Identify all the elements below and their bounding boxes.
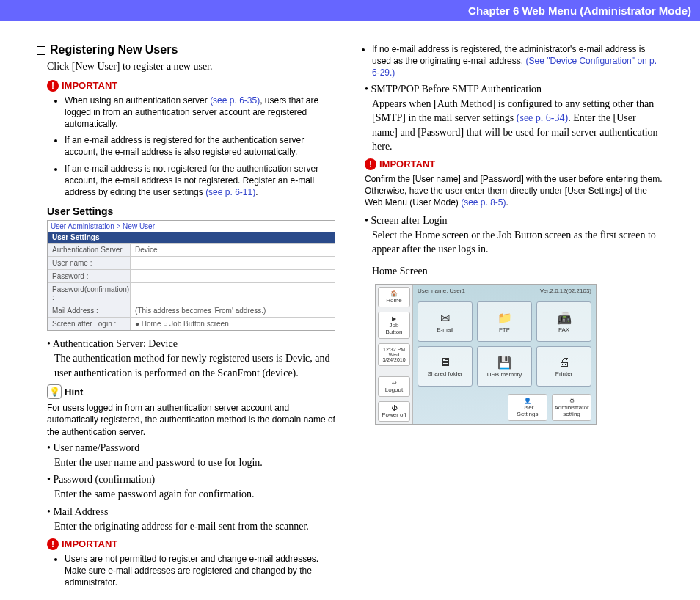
hs-admin-setting-button[interactable]: ⚙Administrator setting [552,394,591,421]
important-item: Users are not permitted to register and … [65,553,335,589]
hs-tile-printer[interactable]: 🖨Printer [536,346,591,387]
link-p634[interactable]: (see p. 6-34) [517,112,568,123]
user-settings-table: User Administration > New User User Sett… [47,220,335,331]
important-label: ! IMPORTANT [47,538,335,550]
hint-icon: 💡 [47,384,62,399]
smtp-heading: • SMTP/POP Before SMTP Authentication [365,84,663,95]
chapter-header: Chapter 6 Web Menu (Administrator Mode) [0,0,700,21]
hs-home-button[interactable]: 🏠Home [378,287,410,307]
bullet-item: • Mail Address [47,506,335,518]
us-row: Password : [48,269,335,282]
hs-tile-ftp[interactable]: 📁FTP [477,301,532,342]
hs-tile-usb-memory[interactable]: 💾USB memory [477,346,532,387]
box-marker-icon [37,46,45,55]
hs-sidebar: 🏠Home ▶Job Button 12:32 PM Wed 3/24/2010… [376,285,413,424]
important-icon: ! [47,538,59,550]
us-row: Password(confirmation) : [48,282,335,304]
important-block-right: ! IMPORTANT Confirm the [User name] and … [365,158,663,209]
important-label: ! IMPORTANT [47,80,335,92]
hs-datetime: 12:32 PM Wed 3/24/2010 [378,343,410,366]
bullet-desc: Enter the same password again for confir… [54,487,335,502]
important-text-right: Confirm the [User name] and [Password] w… [365,173,663,209]
left-column: Registering New Users Click [New User] t… [37,43,335,594]
important-item: If an e-mail address is registered for t… [65,134,335,158]
us-row: Screen after Login :● Home ○ Job Button … [48,317,335,330]
hint-label: 💡 Hint [47,384,335,399]
hs-tile-shared-folder[interactable]: 🖥Shared folder [418,346,473,387]
bullet-desc: Enter the user name and password to use … [54,456,335,470]
hs-tile-fax[interactable]: 📠FAX [536,301,591,342]
bullet-item: • Password (confirmation) [47,474,335,486]
right-column: If no e-mail address is registered, the … [365,43,663,594]
smtp-desc: Appears when [Auth Method] is configured… [372,97,663,154]
hs-user-settings-button[interactable]: 👤User Settings [508,394,547,421]
hs-topbar: User name: User1Ver.2.0.12(02.2103) [413,285,596,297]
hs-tile-e-mail[interactable]: ✉E-mail [418,301,473,342]
page-body: Registering New Users Click [New User] t… [0,21,700,600]
right-top-bullet: If no e-mail address is registered, the … [365,43,663,79]
important-block-2: ! IMPORTANT Users are not permitted to r… [47,538,335,589]
section-title: Registering New Users [37,43,335,56]
us-header: User Settings [48,232,335,243]
important-item: When using an authentication server (see… [65,95,335,131]
important-item: If an e-mail address is not registered f… [65,163,335,199]
home-screen-mock: 🏠Home ▶Job Button 12:32 PM Wed 3/24/2010… [375,284,597,425]
us-breadcrumb: User Administration > New User [48,221,335,232]
inline-link[interactable]: (see p. 6-35) [210,95,260,106]
screen-after-login-desc: Select the Home screen or the Job Button… [372,228,663,257]
hs-jobbutton-button[interactable]: ▶Job Button [378,312,410,339]
bullet-desc: The authentication method for newly regi… [54,351,335,380]
important-label: ! IMPORTANT [365,158,663,170]
important-icon: ! [365,158,376,170]
hs-poweroff-button[interactable]: ⏻Power off [378,401,410,422]
intro-text: Click [New User] to register a new user. [47,59,335,74]
screen-after-login-heading: • Screen after Login [365,215,663,227]
us-row: Authentication ServerDevice [48,243,335,256]
hint-text: For users logged in from an authenticati… [47,402,335,438]
home-screen-label: Home Screen [372,264,663,279]
link-p85[interactable]: (see p. 8-5) [461,197,506,208]
inline-link[interactable]: (see p. 6-11) [205,187,255,197]
important-block-1: ! IMPORTANT When using an authentication… [47,80,335,199]
hs-logout-button[interactable]: ↩Logout [378,376,410,397]
us-row: User name : [48,256,335,269]
hs-bottom: 👤User Settings ⚙Administrator setting [413,391,596,424]
bullet-item: • Authentication Server: Device [47,338,335,350]
bullet-desc: Enter the originating address for e-mail… [54,519,335,534]
hs-main: User name: User1Ver.2.0.12(02.2103) ✉E-m… [413,285,596,424]
user-settings-heading: User Settings [47,205,335,217]
us-row: Mail Address :(This address becomes 'Fro… [48,304,335,317]
important-icon: ! [47,80,59,92]
bullet-item: • User name/Password [47,442,335,454]
